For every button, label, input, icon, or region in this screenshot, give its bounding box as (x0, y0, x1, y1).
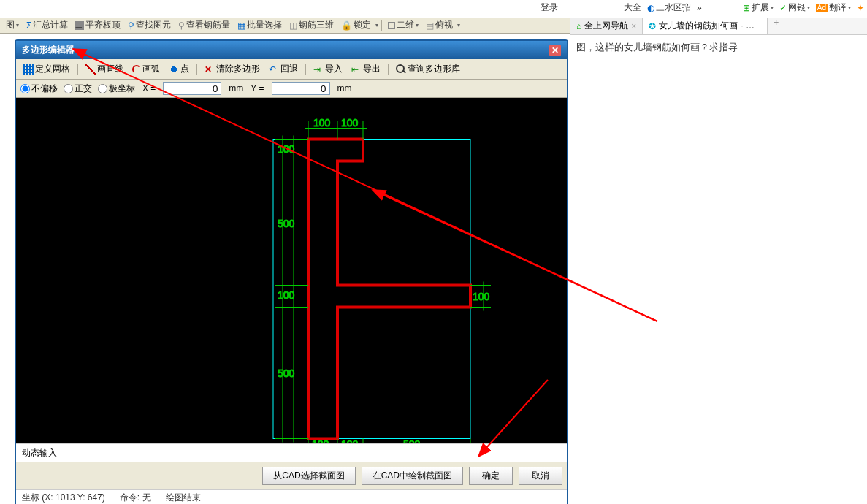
browser-tab-2[interactable]: ✪ 女儿墙的钢筋如何画 - 广联达服 (643, 18, 768, 34)
login-label[interactable]: 登录 (541, 1, 558, 14)
clear-icon: ✕ (205, 64, 215, 75)
svg-text:100: 100 (341, 117, 359, 129)
y-input[interactable] (272, 82, 330, 95)
status-cmd: 命令: 无 (120, 492, 151, 504)
from-cad-button[interactable]: 从CAD选择截面图 (262, 467, 355, 485)
tab-icon: ✪ (649, 21, 656, 31)
browser-tab-1[interactable]: ⌂ 全上网导航 × (570, 18, 643, 34)
close-button[interactable]: ✕ (549, 45, 561, 56)
drawing-canvas[interactable]: 100 100 100 500 100 500 (16, 98, 567, 443)
status-coord: 坐标 (X: 1013 Y: 647) (22, 492, 105, 504)
search-icon (396, 64, 406, 75)
svg-text:100: 100 (473, 291, 490, 302)
tb-find[interactable]: ⚲查找图元 (125, 18, 174, 32)
line-icon (85, 64, 96, 75)
y-label: Y = (251, 83, 264, 93)
point-icon (169, 64, 179, 75)
svg-text:100: 100 (278, 289, 295, 301)
svg-text:100: 100 (312, 438, 329, 444)
tb-lock[interactable]: 🔒锁定 (338, 18, 374, 32)
point-button[interactable]: 点 (166, 61, 192, 77)
tb-2d[interactable]: 二维▾ (385, 18, 421, 32)
menu-sanshuiqu[interactable]: ◐三水区招 (647, 1, 691, 14)
svg-rect-20 (273, 140, 470, 439)
cancel-button[interactable]: 取消 (519, 467, 562, 485)
import-icon: ⇥ (313, 64, 324, 75)
draw-line-button[interactable]: 画直线 (83, 61, 126, 77)
clear-button[interactable]: ✕清除多边形 (202, 61, 263, 77)
tb-summary[interactable]: Σ汇总计算 (23, 18, 71, 32)
tb-rebar[interactable]: ⚲查看钢筋量 (175, 18, 233, 32)
status-draw: 绘图结束 (166, 492, 201, 504)
menu-fanyi[interactable]: Ad翻译▾ (816, 1, 851, 14)
menu-expand[interactable]: ⊞扩展▾ (743, 1, 774, 14)
undo-icon: ↶ (269, 64, 279, 75)
grid-icon (23, 64, 34, 75)
menu-more2[interactable]: ✦ (857, 1, 864, 14)
tb-batch[interactable]: ▦批量选择 (234, 18, 285, 32)
in-cad-button[interactable]: 在CAD中绘制截面图 (362, 467, 463, 485)
tb-pan[interactable]: ▤俯视 (423, 18, 456, 32)
tb-draw[interactable]: 图▾ (3, 18, 22, 32)
menu-more1[interactable]: » (697, 1, 702, 14)
unit-label-2: mm (337, 83, 352, 93)
x-input[interactable] (163, 82, 221, 95)
dialog-title: 多边形编辑器 (22, 44, 75, 56)
radio-no-offset[interactable]: 不偏移 (20, 83, 58, 95)
add-tab-button[interactable]: + (768, 18, 784, 34)
import-button[interactable]: ⇥导入 (310, 61, 345, 77)
unit-label: mm (229, 83, 243, 93)
export-icon: ⇤ (351, 64, 362, 75)
tab-icon: ⌂ (576, 21, 581, 31)
radio-ortho[interactable]: 正交 (64, 83, 92, 95)
x-label: X = (142, 83, 156, 93)
undo-button[interactable]: ↶回退 (266, 61, 301, 77)
svg-text:100: 100 (313, 117, 331, 129)
radio-polar[interactable]: 极坐标 (98, 83, 135, 95)
svg-text:100: 100 (341, 438, 359, 444)
query-button[interactable]: 查询多边形库 (393, 61, 463, 77)
svg-text:100: 100 (278, 143, 295, 155)
export-button[interactable]: ⇤导出 (348, 61, 383, 77)
ok-button[interactable]: 确定 (469, 467, 513, 485)
draw-arc-button[interactable]: 画弧 (129, 61, 163, 77)
arc-icon (132, 65, 141, 74)
define-grid-button[interactable]: 定义网格 (20, 61, 73, 77)
tb-3d[interactable]: ◫钢筋三维 (286, 18, 337, 32)
dynamic-input-label: 动态输入 (16, 443, 567, 462)
menu-wangyin[interactable]: ✓网银▾ (779, 1, 810, 14)
page-question: 图，这样的女儿墙钢筋如何画？求指导 (570, 35, 867, 60)
svg-text:500: 500 (403, 438, 421, 444)
svg-text:500: 500 (278, 367, 295, 379)
svg-text:500: 500 (278, 218, 295, 229)
tb-align[interactable]: ═平齐板顶 (72, 18, 123, 32)
menu-daquan[interactable]: 大全 (624, 1, 641, 14)
close-icon[interactable]: × (631, 21, 636, 31)
